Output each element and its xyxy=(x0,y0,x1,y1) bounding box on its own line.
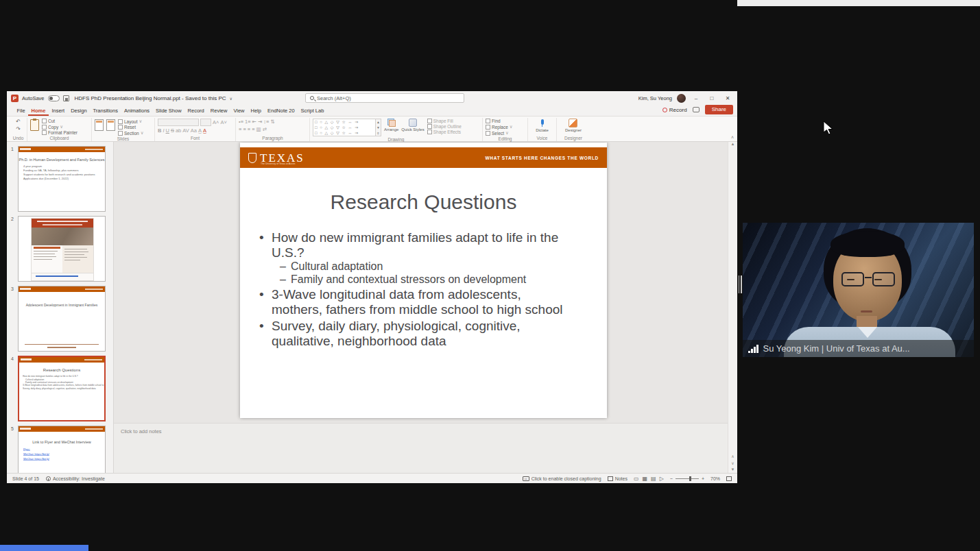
paste-button[interactable] xyxy=(30,119,39,131)
format-painter-button[interactable]: Format Painter xyxy=(42,130,77,135)
fit-slide-to-window-button[interactable] xyxy=(726,476,732,481)
font-size-select[interactable] xyxy=(200,119,211,126)
italic-button[interactable]: I xyxy=(163,127,164,134)
shrink-font-icon[interactable]: A˅ xyxy=(220,119,226,125)
align-left-button[interactable]: ≡ xyxy=(239,126,241,132)
close-button[interactable]: ✕ xyxy=(722,95,733,101)
change-case-button[interactable]: Aa xyxy=(191,127,197,134)
tab-home[interactable]: Home xyxy=(28,106,49,116)
align-center-button[interactable]: ≡ xyxy=(243,126,246,132)
redo-icon[interactable]: ↷ xyxy=(16,126,21,132)
reuse-slides-button[interactable] xyxy=(106,119,115,131)
numbering-button[interactable]: 1≡ xyxy=(245,119,251,125)
slide-thumbnail-1[interactable]: Ph.D. in Human Development and Family Sc… xyxy=(18,146,106,212)
font-name-select[interactable] xyxy=(158,119,199,126)
next-slide-button[interactable]: ∨ xyxy=(731,461,734,465)
slide-thumbnail-5[interactable]: Link to Flyer and WeChat Interview Flyer… xyxy=(18,426,106,473)
tab-slide-show[interactable]: Slide Show xyxy=(153,106,185,116)
search-input[interactable]: Search (Alt+Q) xyxy=(305,93,464,103)
accessibility-status[interactable]: Accessibility: Investigate xyxy=(46,476,105,481)
underline-button[interactable]: U xyxy=(166,127,169,134)
minimize-button[interactable]: – xyxy=(691,95,702,101)
scroll-down-icon[interactable]: ▼ xyxy=(731,467,735,472)
tab-design[interactable]: Design xyxy=(68,106,90,116)
convert-smartart-button[interactable]: ⇄ xyxy=(263,126,267,132)
slide-thumbnail-3[interactable]: Adolescent Development in Immigrant Fami… xyxy=(18,286,106,352)
scroll-up-icon[interactable]: ▲ xyxy=(731,142,735,146)
powerpoint-app-icon[interactable]: P xyxy=(11,95,19,102)
notes-toggle[interactable]: Notes xyxy=(608,476,628,481)
select-button[interactable]: Select ∨ xyxy=(486,130,525,136)
zoom-in-button[interactable]: + xyxy=(702,476,704,481)
undo-icon[interactable]: ↶ xyxy=(16,119,21,125)
char-spacing-button[interactable]: AV xyxy=(182,127,189,134)
new-slide-button[interactable] xyxy=(95,119,104,131)
grow-font-icon[interactable]: A˄ xyxy=(213,119,219,125)
font-color-button[interactable]: A̲ xyxy=(203,127,206,134)
tab-view[interactable]: View xyxy=(230,106,248,116)
tab-transitions[interactable]: Transitions xyxy=(90,106,121,116)
arrange-button[interactable]: Arrange xyxy=(384,119,398,132)
previous-slide-button[interactable]: ∧ xyxy=(731,454,734,458)
slide-sorter-view-button[interactable]: ▦ xyxy=(643,476,648,482)
notes-pane[interactable]: Click to add notes xyxy=(114,423,728,473)
strikethrough-button[interactable]: S xyxy=(171,127,174,134)
find-button[interactable]: Find xyxy=(486,119,525,123)
bullets-button[interactable]: •≡ xyxy=(239,119,243,125)
shape-outline-button[interactable]: Shape Outline xyxy=(427,124,462,129)
account-name[interactable]: Kim, Su Yeong xyxy=(638,95,672,101)
closed-captions-toggle[interactable]: cc Click to enable closed captioning xyxy=(523,476,601,481)
section-button[interactable]: Section ∨ xyxy=(118,130,143,136)
tab-endnote[interactable]: EndNote 20 xyxy=(264,106,298,116)
zoom-slider[interactable] xyxy=(676,478,699,479)
normal-view-button[interactable]: ▭ xyxy=(634,476,639,482)
reset-button[interactable]: Reset xyxy=(118,125,143,130)
columns-button[interactable]: ▥ xyxy=(256,126,261,132)
tab-review[interactable]: Review xyxy=(207,106,230,116)
bold-button[interactable]: B xyxy=(158,127,161,134)
layout-button[interactable]: Layout ∨ xyxy=(118,119,143,124)
save-icon[interactable] xyxy=(63,95,69,101)
comments-icon[interactable] xyxy=(693,107,700,112)
record-button[interactable]: Record xyxy=(662,107,687,113)
dictate-button[interactable]: Dictate xyxy=(536,119,549,132)
shape-effects-button[interactable]: Shape Effects xyxy=(427,130,462,134)
tab-insert[interactable]: Insert xyxy=(49,106,68,116)
avatar[interactable] xyxy=(677,94,686,103)
cut-button[interactable]: Cut xyxy=(42,119,77,123)
shapes-gallery[interactable]: □ ○ △ ◇ ▽ ☆ ↔ ⇒ □ ○ △ ◇ ▽ ☆ ↔ ⇒ □ ○ △ ◇ … xyxy=(313,119,376,136)
chevron-down-icon[interactable]: ∨ xyxy=(230,96,232,101)
tab-record[interactable]: Record xyxy=(184,106,207,116)
zoom-out-button[interactable]: − xyxy=(670,476,673,481)
zoom-level[interactable]: 70% xyxy=(710,476,720,481)
maximize-button[interactable]: □ xyxy=(706,95,717,101)
tab-help[interactable]: Help xyxy=(248,106,264,116)
slide-thumbnail-2[interactable] xyxy=(18,216,106,282)
autosave-toggle[interactable] xyxy=(48,95,60,101)
align-right-button[interactable]: ≡ xyxy=(248,126,250,132)
quick-styles-button[interactable]: Quick Styles xyxy=(401,119,424,132)
line-spacing-button[interactable]: ↕≡ xyxy=(263,119,269,125)
designer-button[interactable]: Designer xyxy=(565,119,582,132)
slide-thumbnail-4-selected[interactable]: Research Questions How do new immigrant … xyxy=(18,356,106,421)
share-button[interactable]: Share xyxy=(705,105,733,114)
increase-indent-button[interactable]: ⇥ xyxy=(258,119,262,125)
copy-button[interactable]: Copy ∨ xyxy=(42,124,77,130)
replace-button[interactable]: Replace ∨ xyxy=(486,124,525,130)
decrease-indent-button[interactable]: ⇤ xyxy=(252,119,256,125)
text-direction-button[interactable]: ⇅ xyxy=(270,119,274,125)
collapse-ribbon-icon[interactable]: ˄ xyxy=(731,135,734,140)
highlight-color-button[interactable]: A̲ xyxy=(198,127,202,134)
slideshow-button[interactable]: ▷ xyxy=(660,476,664,482)
panel-divider-handle[interactable] xyxy=(738,276,742,293)
reading-view-button[interactable]: ▤ xyxy=(651,476,656,482)
justify-button[interactable]: ≡ xyxy=(252,126,254,132)
tab-animations[interactable]: Animations xyxy=(121,106,152,116)
text-shadow-button[interactable]: ab xyxy=(176,127,181,134)
slide-canvas[interactable]: TEXAS The University of Texas at Austin … xyxy=(240,143,607,418)
zoom-slider-knob[interactable] xyxy=(689,476,691,481)
shapes-gallery-scroll[interactable]: ▲▼≡ xyxy=(376,119,381,136)
shape-fill-button[interactable]: Shape Fill xyxy=(427,119,462,123)
vertical-scrollbar[interactable]: ▲ ∧ ∨ ▼ xyxy=(728,142,737,473)
tab-script-lab[interactable]: Script Lab xyxy=(298,106,327,116)
